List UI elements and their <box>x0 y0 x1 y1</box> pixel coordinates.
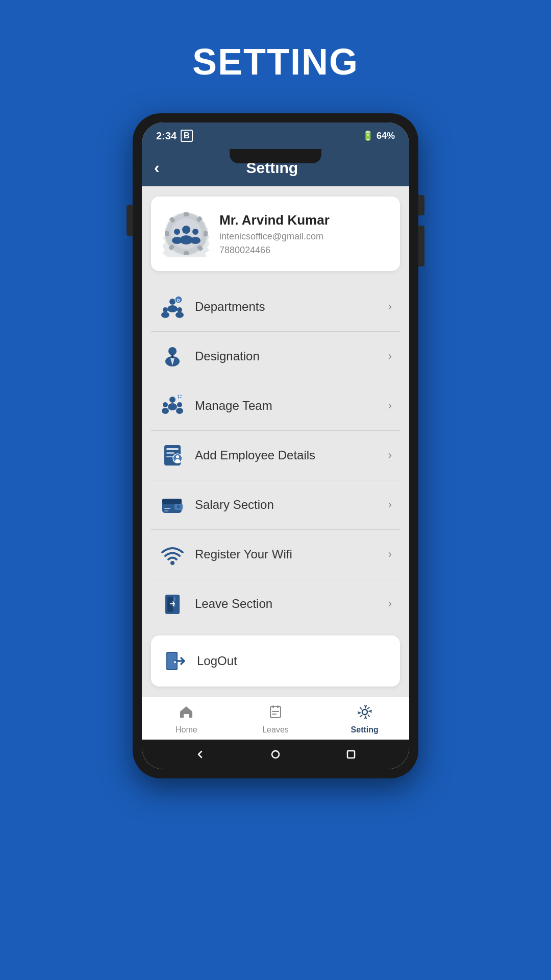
svg-text:D: D <box>177 298 180 303</box>
logout-icon <box>161 648 188 674</box>
android-nav <box>142 740 409 769</box>
home-gesture-btn[interactable] <box>268 747 283 762</box>
salary-icon <box>159 492 186 518</box>
nav-item-setting[interactable]: Setting <box>320 704 409 734</box>
menu-item-wifi[interactable]: Register Your Wifi › <box>151 530 400 579</box>
page-title: SETTING <box>192 41 359 83</box>
wifi-label: Register Your Wifi <box>195 547 379 561</box>
svg-point-17 <box>169 299 176 305</box>
svg-point-32 <box>162 408 169 414</box>
svg-point-33 <box>176 408 183 414</box>
nav-setting-label: Setting <box>351 725 379 734</box>
svg-point-39 <box>179 396 181 398</box>
svg-rect-51 <box>164 508 170 509</box>
departments-icon: D <box>159 293 186 320</box>
svg-point-57 <box>174 600 179 605</box>
svg-rect-66 <box>272 714 277 715</box>
svg-point-61 <box>174 661 176 663</box>
svg-rect-38 <box>181 396 182 398</box>
profile-name: Mr. Arvind Kumar <box>219 212 330 228</box>
menu-item-departments[interactable]: D Departments › <box>151 282 400 332</box>
svg-point-53 <box>170 561 174 565</box>
svg-rect-41 <box>166 448 179 450</box>
svg-point-31 <box>168 403 177 410</box>
designation-icon <box>159 343 186 370</box>
svg-rect-69 <box>347 751 355 758</box>
svg-rect-37 <box>177 396 178 398</box>
add-employee-chevron: › <box>388 449 392 462</box>
back-gesture-btn[interactable] <box>192 747 208 762</box>
nav-item-leaves[interactable]: Leaves <box>231 704 320 734</box>
back-button[interactable]: ‹ <box>154 158 160 177</box>
svg-point-19 <box>177 307 182 312</box>
profile-email: intenicsoffice@gmail.com <box>219 231 330 242</box>
battery-icon: 🔋 <box>362 130 373 141</box>
svg-point-25 <box>168 347 177 355</box>
svg-point-50 <box>177 505 180 508</box>
svg-rect-63 <box>272 705 274 708</box>
svg-rect-48 <box>162 499 182 504</box>
bottom-nav: Home Leaves <box>142 697 409 740</box>
leave-icon <box>159 591 186 617</box>
status-bar: 2:34 B 🔋 64% <box>142 122 409 149</box>
svg-point-29 <box>163 402 168 407</box>
svg-point-28 <box>169 397 176 403</box>
designation-label: Designation <box>195 349 379 363</box>
svg-point-68 <box>272 751 279 758</box>
menu-item-manage-team[interactable]: Manage Team › <box>151 381 400 431</box>
menu-item-salary[interactable]: Salary Section › <box>151 480 400 530</box>
status-left: 2:34 B <box>156 130 193 142</box>
notch <box>230 149 321 163</box>
setting-icon <box>357 704 372 723</box>
phone-frame: 2:34 B 🔋 64% ‹ Setting <box>133 113 418 778</box>
svg-point-45 <box>176 455 179 458</box>
svg-point-20 <box>167 305 178 312</box>
svg-rect-5 <box>204 231 208 236</box>
recents-gesture-btn[interactable] <box>343 747 359 762</box>
profile-phone: 7880024466 <box>219 245 330 256</box>
svg-rect-42 <box>166 452 174 454</box>
battery-level: 64% <box>377 131 395 141</box>
svg-point-16 <box>190 237 201 244</box>
content-area: Mr. Arvind Kumar intenicsoffice@gmail.co… <box>142 186 409 697</box>
power-button-top <box>418 195 424 215</box>
svg-point-21 <box>161 312 169 318</box>
svg-point-18 <box>163 307 168 312</box>
wifi-icon <box>159 541 186 568</box>
svg-point-58 <box>173 606 180 614</box>
add-employee-label: Add Employee Details <box>195 448 379 462</box>
svg-point-14 <box>172 237 182 244</box>
nav-leaves-label: Leaves <box>262 725 289 734</box>
svg-rect-2 <box>184 212 189 216</box>
avatar <box>163 211 209 257</box>
manage-team-chevron: › <box>388 399 392 412</box>
notification-badge: B <box>181 130 193 142</box>
svg-point-15 <box>192 229 198 235</box>
profile-info: Mr. Arvind Kumar intenicsoffice@gmail.co… <box>219 212 330 256</box>
menu-item-add-employee[interactable]: Add Employee Details › <box>151 431 400 480</box>
time-display: 2:34 <box>156 130 177 142</box>
designation-chevron: › <box>388 350 392 363</box>
volume-button <box>127 205 133 236</box>
avatar-icon <box>163 211 209 257</box>
menu-item-leave[interactable]: Leave Section › <box>151 579 400 628</box>
menu-item-designation[interactable]: Designation › <box>151 332 400 381</box>
home-icon <box>179 704 194 723</box>
logout-card[interactable]: LogOut <box>151 635 400 687</box>
svg-rect-64 <box>277 705 279 708</box>
svg-point-30 <box>177 402 182 407</box>
svg-rect-3 <box>184 251 189 255</box>
departments-chevron: › <box>388 300 392 313</box>
power-button-bottom <box>418 226 424 266</box>
nav-item-home[interactable]: Home <box>142 704 231 734</box>
profile-card[interactable]: Mr. Arvind Kumar intenicsoffice@gmail.co… <box>151 197 400 271</box>
nav-home-label: Home <box>176 725 197 734</box>
leave-label: Leave Section <box>195 597 379 611</box>
leaves-icon <box>268 704 283 723</box>
status-right: 🔋 64% <box>362 130 395 141</box>
logout-label: LogOut <box>197 654 237 668</box>
salary-chevron: › <box>388 498 392 511</box>
svg-point-11 <box>182 226 190 234</box>
manage-team-label: Manage Team <box>195 399 379 413</box>
add-employee-icon <box>159 442 186 469</box>
